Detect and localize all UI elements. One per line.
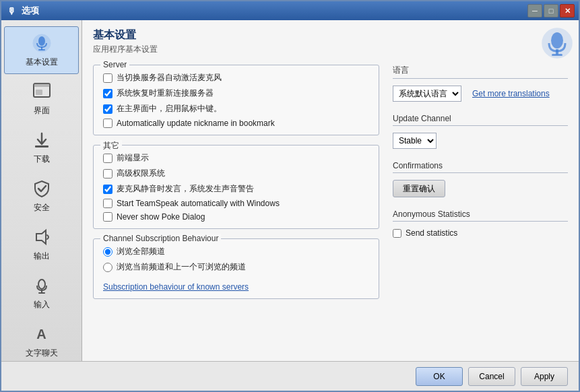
confirmations-legend: Confirmations: [393, 161, 568, 173]
ok-button[interactable]: OK: [416, 367, 463, 386]
confirmations-section: Confirmations 重置确认: [393, 161, 568, 197]
title-bar: 🎙 选项 ─ □ ✕: [1, 1, 579, 20]
update-channel-legend: Update Channel: [393, 114, 568, 126]
auto-mic-checkbox[interactable]: [103, 73, 112, 83]
svg-point-1: [38, 36, 45, 46]
svg-rect-7: [35, 145, 49, 148]
panel-content: Server 当切换服务器自动激活麦克风 系统恢复时重新连接服务器 在主界面中，…: [93, 65, 568, 308]
sidebar-item-chat[interactable]: A 文字聊天: [4, 317, 79, 361]
minimize-button[interactable]: ─: [527, 4, 542, 18]
svg-rect-3: [38, 49, 45, 51]
mic-mute-checkbox[interactable]: [103, 185, 112, 194]
send-stats-row: Send statistics: [393, 228, 568, 238]
svg-point-9: [38, 280, 45, 289]
start-win-checkbox[interactable]: [103, 199, 112, 208]
sidebar-item-input-label: 输入: [34, 299, 50, 311]
maximize-button[interactable]: □: [544, 4, 558, 18]
frontend-checkbox[interactable]: [103, 154, 112, 163]
reset-confirm-button[interactable]: 重置确认: [393, 180, 445, 197]
cancel-button[interactable]: Cancel: [468, 367, 515, 386]
browse-all-label: 浏览全部频道: [117, 246, 165, 257]
sidebar: 基本设置 界面 下载: [1, 20, 82, 361]
right-click-label: 在主界面中，启用鼠标中键。: [117, 103, 222, 115]
sidebar-item-ui[interactable]: 界面: [4, 75, 79, 123]
update-channel-section: Update Channel Stable Beta Alpha: [393, 114, 568, 149]
no-poke-row: Never show Poke Dialog: [103, 212, 369, 222]
panel-title: 基本设置: [93, 28, 568, 42]
sidebar-item-ui-label: 界面: [34, 105, 50, 117]
output-icon: [31, 226, 53, 248]
browse-all-radio[interactable]: [103, 247, 112, 257]
frontend-row: 前端显示: [103, 152, 369, 164]
svg-rect-6: [36, 90, 42, 95]
input-icon: [31, 275, 53, 296]
svg-rect-11: [38, 292, 45, 294]
window-controls: ─ □ ✕: [527, 4, 575, 18]
sidebar-item-basic-label: 基本设置: [26, 57, 58, 68]
frontend-label: 前端显示: [117, 152, 149, 164]
mic-mute-label: 麦克风静音时发言，系统发生声音警告: [117, 183, 254, 195]
sidebar-item-security[interactable]: 安全: [4, 172, 79, 220]
advanced-perms-label: 高级权限系统: [117, 168, 165, 179]
security-icon: [31, 178, 53, 199]
language-row: 系统默认语言 Get more translations: [393, 86, 568, 102]
sidebar-item-download-label: 下载: [34, 154, 50, 165]
right-column: 语言 系统默认语言 Get more translations Update C…: [393, 65, 568, 308]
server-legend: Server: [100, 60, 129, 69]
anonymous-legend: Anonymous Statistics: [393, 209, 568, 222]
channel-section: Channel Subscription Behaviour 浏览全部频道 浏览…: [93, 238, 379, 299]
channel-legend: Channel Subscription Behaviour: [100, 234, 221, 243]
advanced-perms-checkbox[interactable]: [103, 169, 112, 178]
sidebar-item-basic[interactable]: 基本设置: [4, 26, 79, 74]
subscription-link[interactable]: Subscription behaviour of known servers: [103, 282, 249, 292]
footer: OK Cancel Apply: [1, 361, 579, 391]
reconnect-row: 系统恢复时重新连接服务器: [103, 88, 369, 99]
update-channel-select[interactable]: Stable Beta Alpha: [393, 133, 437, 149]
auto-mic-label: 当切换服务器自动激活麦克风: [117, 72, 222, 84]
misc-section: 其它 前端显示 高级权限系统 麦克风静音时发言，系统发生声音警告: [93, 145, 379, 229]
content-area: 基本设置 界面 下载: [1, 20, 579, 361]
send-stats-checkbox[interactable]: [393, 229, 401, 238]
mic-mute-row: 麦克风静音时发言，系统发生声音警告: [103, 183, 369, 195]
start-win-row: Start TeamSpeak automatically with Windo…: [103, 199, 369, 208]
sidebar-item-output[interactable]: 输出: [4, 220, 79, 268]
browse-current-row: 浏览当前频道和上一个可浏览的频道: [103, 261, 369, 273]
auto-nick-label: Automatically update nickname in bookmar…: [117, 119, 275, 128]
ts-logo: [541, 27, 568, 54]
sidebar-item-input[interactable]: 输入: [4, 269, 79, 317]
chat-icon: A: [31, 323, 53, 345]
sidebar-item-download[interactable]: 下载: [4, 123, 79, 171]
sidebar-item-chat-label: 文字聊天: [26, 348, 58, 359]
browse-current-label: 浏览当前频道和上一个可浏览的频道: [117, 261, 246, 273]
no-poke-label: Never show Poke Dialog: [117, 212, 205, 222]
reconnect-checkbox[interactable]: [103, 89, 112, 98]
language-select[interactable]: 系统默认语言: [393, 86, 461, 102]
auto-mic-row: 当切换服务器自动激活麦克风: [103, 72, 369, 84]
svg-rect-18: [552, 54, 562, 56]
download-icon: [31, 129, 53, 151]
misc-legend: 其它: [100, 140, 122, 152]
send-stats-label: Send statistics: [406, 228, 457, 238]
browse-current-radio[interactable]: [103, 263, 112, 272]
advanced-perms-row: 高级权限系统: [103, 168, 369, 179]
right-click-row: 在主界面中，启用鼠标中键。: [103, 103, 369, 115]
auto-nick-checkbox[interactable]: [103, 119, 112, 128]
no-poke-checkbox[interactable]: [103, 212, 112, 222]
options-window: 🎙 选项 ─ □ ✕ 基本设置: [0, 0, 580, 392]
close-button[interactable]: ✕: [560, 4, 575, 18]
start-win-label: Start TeamSpeak automatically with Windo…: [117, 199, 280, 208]
window-title: 选项: [22, 5, 527, 17]
ui-icon: [31, 81, 53, 102]
basic-icon: [31, 32, 53, 54]
right-click-checkbox[interactable]: [103, 104, 112, 114]
panel-header: 基本设置 应用程序基本设置: [93, 28, 568, 55]
auto-nick-row: Automatically update nickname in bookmar…: [103, 119, 369, 128]
get-translations-link[interactable]: Get more translations: [472, 89, 550, 98]
browse-all-row: 浏览全部频道: [103, 246, 369, 257]
apply-button[interactable]: Apply: [521, 367, 568, 386]
reconnect-label: 系统恢复时重新连接服务器: [117, 88, 214, 99]
language-section: 语言 系统默认语言 Get more translations: [393, 65, 568, 102]
svg-point-16: [551, 32, 563, 48]
language-legend: 语言: [393, 65, 568, 79]
panel-subtitle: 应用程序基本设置: [93, 44, 568, 55]
